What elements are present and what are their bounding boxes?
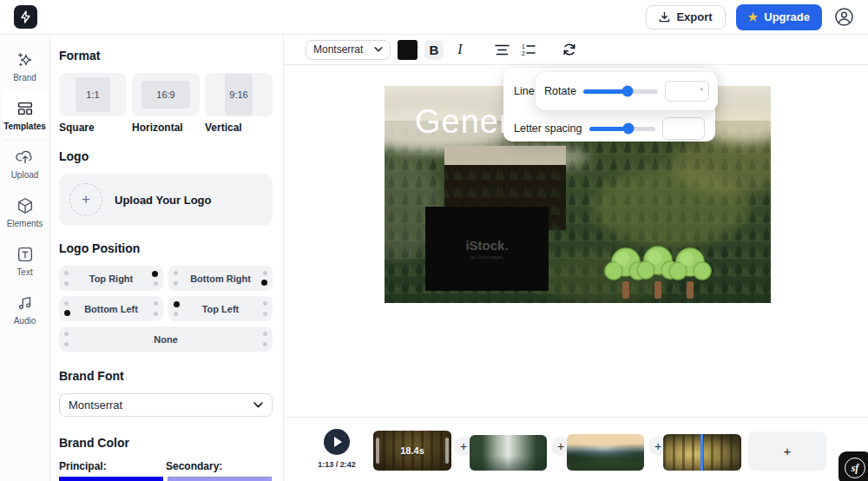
timeline-bar: 1:13 / 2:42 18.4s + + [284,417,868,481]
bold-button[interactable]: B [424,40,444,60]
brand-color-labels: Principal: Secondary: [59,460,273,472]
account-menu-button[interactable] [834,7,854,27]
rotate-unit: ° [700,87,703,96]
align-center-button[interactable] [492,40,511,60]
timeline-clip-1[interactable]: 18.4s [373,431,451,471]
secondary-color-swatch[interactable] [168,477,272,481]
cube-icon [16,196,35,215]
upgrade-button[interactable]: ★ Upgrade [736,4,822,30]
timeline-clip-3[interactable] [567,434,644,471]
sidebar-label-audio: Audio [14,316,36,326]
istock-watermark-text: iStock. [465,238,508,253]
sidebar-item-upload[interactable]: Upload [1,139,49,188]
letter-spacing-input[interactable] [662,117,705,140]
sidebar-label-elements: Elements [7,219,43,228]
logo-position-heading: Logo Position [59,241,273,255]
upgrade-label: Upgrade [764,10,810,23]
sf-widget-button[interactable]: sf [838,451,868,481]
format-square-button[interactable]: 1:1 [59,73,127,116]
letter-spacing-slider-knob[interactable] [623,123,635,135]
text-color-swatch[interactable] [398,40,418,60]
numbered-list-icon: 12 [521,43,536,56]
format-labels: Square Horizontal Vertical [59,122,273,134]
export-button[interactable]: Export [646,5,725,30]
sf-logo-icon: sf [845,458,865,478]
playhead-marker[interactable] [700,434,703,471]
ratio-16-9: 16:9 [141,81,190,109]
ratio-9-16: 9:16 [225,74,253,115]
position-bottom-right-label: Bottom Right [190,273,251,284]
format-label-horizontal: Horizontal [132,122,200,134]
add-clip-card[interactable]: + [748,432,826,471]
italic-button[interactable]: I [450,40,470,60]
app-logo[interactable] [14,5,37,29]
brand-font-value: Montserrat [69,399,122,412]
account-icon [834,7,854,27]
play-icon [334,437,342,447]
rotate-slider[interactable] [583,89,658,94]
text-toolbar: Montserrat B I 12 [284,35,868,65]
brand-color-swatches [59,477,273,481]
brand-font-select[interactable]: Montserrat [59,393,273,417]
align-center-icon [495,44,510,56]
top-bar: Export ★ Upgrade [0,0,868,35]
rotate-label: Rotate [544,85,576,97]
trees-clipart[interactable] [602,243,714,303]
secondary-color-label: Secondary: [166,460,273,472]
format-options: 1:1 16:9 9:16 [59,73,273,116]
sidebar-item-text[interactable]: Text [1,236,49,285]
position-none-button[interactable]: None [59,326,273,352]
format-vertical-button[interactable]: 9:16 [205,73,273,116]
chevron-down-icon [374,47,383,52]
position-top-left-label: Top Left [202,304,240,314]
sidebar-label-upload: Upload [11,170,39,180]
istock-watermark-subtext: by Getty Images [471,254,503,260]
toolbar-font-select[interactable]: Montserrat [306,40,391,60]
sidebar-label-templates: Templates [3,122,46,131]
sparkles-icon [16,50,35,69]
refresh-icon [562,43,576,56]
sidebar-item-audio[interactable]: Audio [1,285,49,333]
format-horizontal-button[interactable]: 16:9 [132,73,200,116]
body-row: Brand Templates Upload Elements Text Aud… [0,35,868,481]
sidebar-item-brand[interactable]: Brand [1,42,49,90]
format-heading: Format [59,49,273,63]
principal-color-label: Principal: [59,460,166,472]
position-bottom-right-button[interactable]: Bottom Right [168,266,273,291]
letter-spacing-label: Letter spacing [514,122,582,135]
letter-spacing-row: Letter spacing [514,115,705,142]
position-top-right-button[interactable]: Top Right [59,266,163,291]
export-label: Export [676,10,712,23]
brand-settings-panel: Format 1:1 16:9 9:16 Square Horizontal V… [50,35,284,481]
format-label-vertical: Vertical [205,122,273,134]
playback-time: 1:13 / 2:42 [306,460,367,469]
sidebar-label-text: Text [16,267,32,277]
download-icon [659,11,670,23]
timeline-clip-2[interactable] [470,435,547,471]
star-icon: ★ [748,10,759,23]
format-label-square: Square [59,122,127,134]
app-window: Export ★ Upgrade Brand Templates Upload [0,0,868,481]
rotate-slider-knob[interactable] [622,86,634,97]
refresh-button[interactable] [560,40,579,60]
position-bottom-left-label: Bottom Left [84,304,138,314]
position-top-left-button[interactable]: Top Left [168,296,273,321]
sidebar-item-elements[interactable]: Elements [1,188,49,236]
lightning-icon [20,10,31,23]
timeline-clip-4[interactable] [663,434,741,471]
position-bottom-left-button[interactable]: Bottom Left [59,296,163,321]
istock-watermark-box[interactable]: iStock. by Getty Images [425,207,549,291]
sidebar-nav: Brand Templates Upload Elements Text Aud… [0,35,50,481]
numbered-list-button[interactable]: 12 [518,40,537,60]
principal-color-swatch[interactable] [59,477,163,481]
letter-spacing-slider[interactable] [589,127,655,131]
upload-logo-button[interactable]: + Upload Your Logo [59,174,273,226]
rotate-input[interactable]: ° [665,81,709,102]
rotate-popup: Rotate ° [536,72,718,110]
sidebar-item-templates[interactable]: Templates [1,90,49,139]
sidebar-label-brand: Brand [13,73,36,82]
svg-text:1: 1 [522,43,525,49]
brand-color-heading: Brand Color [59,436,273,450]
svg-text:2: 2 [522,50,525,56]
play-button[interactable] [324,429,350,455]
